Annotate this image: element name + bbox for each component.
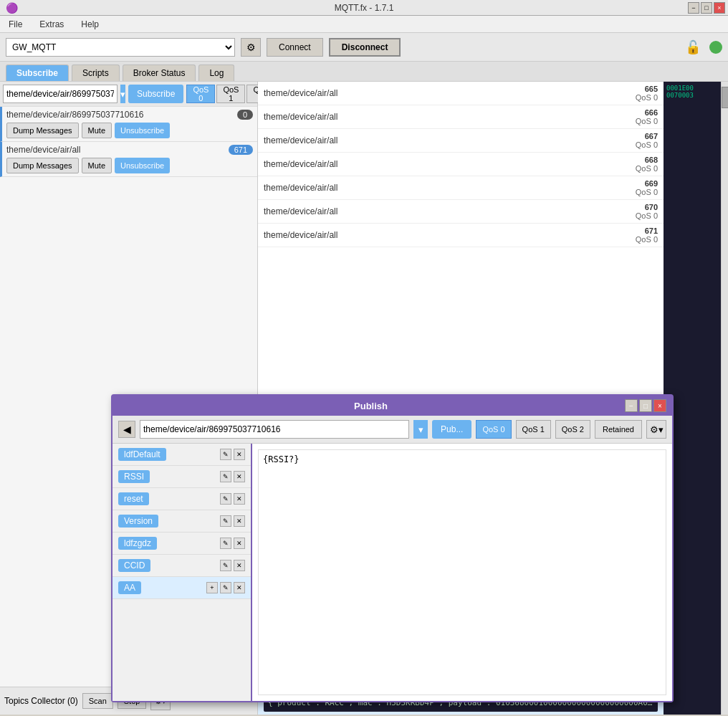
title-bar: MQTT.fx - 1.7.1 − □ × 🟣 — [0, 0, 728, 16]
message-row[interactable]: theme/device/air/all 671 QoS 0 — [258, 224, 664, 247]
qos0-button[interactable]: QoS 0 — [186, 85, 215, 103]
publish-dialog-title: Publish — [118, 401, 623, 411]
close-button[interactable]: × — [714, 2, 725, 14]
message-row[interactable]: theme/device/air/all 669 QoS 0 — [258, 176, 664, 200]
retained-button[interactable]: Retained — [595, 420, 642, 439]
delete-icon[interactable]: ✕ — [234, 493, 245, 505]
tab-scripts[interactable]: Scripts — [72, 65, 120, 81]
publish-close-button[interactable]: × — [653, 399, 666, 412]
sidebar-item-ccid: CCID ✎ ✕ — [112, 555, 251, 577]
publish-minimize-button[interactable]: − — [625, 399, 638, 412]
delete-icon[interactable]: ✕ — [234, 538, 245, 549]
subscribe-button[interactable]: Subscribe — [128, 85, 183, 103]
delete-icon[interactable]: ✕ — [234, 471, 245, 482]
sidebar-label-ccid[interactable]: CCID — [118, 559, 150, 572]
menu-help[interactable]: Help — [78, 18, 102, 31]
scrollbar-thumb[interactable] — [722, 87, 728, 108]
publish-topic-input[interactable] — [140, 420, 409, 439]
pub-qos2-button[interactable]: QoS 2 — [555, 420, 590, 439]
tab-bar: Subscribe Scripts Broker Status Log — [0, 62, 728, 82]
sidebar-label-ldfzgdz[interactable]: ldfzgdz — [118, 537, 157, 550]
sidebar-item-ldfdefault: ldfDefault ✎ ✕ — [112, 444, 251, 466]
add-icon[interactable]: + — [206, 582, 218, 593]
settings-button[interactable]: ⚙ — [241, 38, 261, 57]
sub-count-2: 671 — [229, 145, 253, 155]
publish-textarea[interactable]: {RSSI?} — [258, 449, 666, 695]
tab-log[interactable]: Log — [198, 65, 234, 81]
topics-collector-label: Topics Collector (0) — [4, 696, 78, 706]
topic-dropdown-button[interactable]: ▾ — [120, 85, 125, 103]
publish-content: ldfDefault ✎ ✕ RSSI ✎ ✕ reset — [112, 444, 672, 701]
publish-topic-dropdown[interactable]: ▾ — [413, 420, 428, 439]
dump-messages-button-2[interactable]: Dump Messages — [6, 158, 79, 173]
sidebar-item-ldfzgdz: ldfzgdz ✎ ✕ — [112, 533, 251, 555]
topic-input[interactable] — [3, 85, 118, 103]
qos1-button[interactable]: QoS 1 — [216, 85, 245, 103]
edit-icon[interactable]: ✎ — [220, 449, 231, 460]
sidebar-item-aa: AA + ✎ ✕ — [112, 577, 251, 599]
sidebar-label-ldfdefault[interactable]: ldfDefault — [118, 448, 166, 461]
unsubscribe-button-1[interactable]: Unsubscribe — [115, 123, 170, 138]
message-row[interactable]: theme/device/air/all 666 QoS 0 — [258, 105, 664, 129]
disconnect-button[interactable]: Disconnect — [329, 38, 401, 57]
message-row[interactable]: theme/device/air/all 670 QoS 0 — [258, 200, 664, 224]
unsubscribe-button-2[interactable]: Unsubscribe — [115, 158, 170, 173]
publish-dialog: Publish − □ × ◀ ▾ Pub... QoS 0 QoS 1 QoS… — [111, 394, 674, 702]
edit-icon[interactable]: ✎ — [220, 560, 231, 571]
sidebar-label-reset[interactable]: reset — [118, 492, 149, 505]
minimize-button[interactable]: − — [688, 2, 699, 14]
delete-icon[interactable]: ✕ — [234, 582, 245, 593]
sidebar-label-aa[interactable]: AA — [118, 581, 141, 594]
publish-sidebar: ldfDefault ✎ ✕ RSSI ✎ ✕ reset — [112, 444, 252, 701]
tab-subscribe[interactable]: Subscribe — [6, 65, 69, 81]
menu-file[interactable]: File — [6, 18, 25, 31]
delete-icon[interactable]: ✕ — [234, 515, 245, 527]
publish-title-bar: Publish − □ × — [112, 396, 672, 416]
publish-more-button[interactable]: ⚙▾ — [646, 420, 666, 439]
scan-button[interactable]: Scan — [82, 693, 113, 709]
edit-icon[interactable]: ✎ — [220, 582, 231, 593]
delete-icon[interactable]: ✕ — [234, 449, 245, 460]
publish-button[interactable]: Pub... — [432, 420, 471, 439]
sub-topic-2: theme/device/air/all — [6, 145, 80, 155]
edit-icon[interactable]: ✎ — [220, 515, 231, 527]
sidebar-item-rssi: RSSI ✎ ✕ — [112, 466, 251, 488]
dump-messages-button-1[interactable]: Dump Messages — [6, 123, 79, 138]
connect-button[interactable]: Connect — [267, 38, 323, 57]
tab-broker-status[interactable]: Broker Status — [123, 65, 196, 81]
pub-qos0-button[interactable]: QoS 0 — [476, 420, 511, 439]
scrollbar[interactable] — [721, 82, 728, 715]
subscription-item-2: theme/device/air/all 671 Dump Messages M… — [0, 142, 257, 177]
message-row[interactable]: theme/device/air/all 667 QoS 0 — [258, 129, 664, 153]
publish-editor: {RSSI?} — [252, 444, 672, 701]
subscribe-bar: ▾ Subscribe QoS 0 QoS 1 QoS 2 Autoscroll… — [0, 82, 257, 107]
lock-icon: 🔓 — [685, 39, 701, 55]
connection-select[interactable]: GW_MQTT — [6, 38, 235, 57]
toolbar: GW_MQTT ⚙ Connect Disconnect 🔓 — [0, 33, 728, 62]
edit-icon[interactable]: ✎ — [220, 538, 231, 549]
message-row[interactable]: theme/device/air/all 665 QoS 0 — [258, 82, 664, 105]
mute-button-1[interactable]: Mute — [82, 123, 112, 138]
subscription-item: theme/device/air/869975037710616 0 Dump … — [0, 107, 257, 142]
sidebar-label-version[interactable]: Version — [118, 515, 158, 528]
app-title: MQTT.fx - 1.7.1 — [335, 3, 394, 13]
menu-bar: File Extras Help — [0, 16, 728, 33]
edit-icon[interactable]: ✎ — [220, 471, 231, 482]
app-icon: 🟣 — [6, 2, 18, 14]
mute-button-2[interactable]: Mute — [82, 158, 112, 173]
delete-icon[interactable]: ✕ — [234, 560, 245, 571]
sidebar-item-version: Version ✎ ✕ — [112, 510, 251, 533]
back-button[interactable]: ◀ — [118, 421, 135, 438]
sub-count-1: 0 — [237, 110, 253, 120]
publish-maximize-button[interactable]: □ — [639, 399, 652, 412]
pub-qos1-button[interactable]: QoS 1 — [516, 420, 551, 439]
sidebar-item-reset: reset ✎ ✕ — [112, 488, 251, 510]
connection-status-dot — [709, 41, 722, 54]
message-row[interactable]: theme/device/air/all 668 QoS 0 — [258, 153, 664, 176]
publish-toolbar: ◀ ▾ Pub... QoS 0 QoS 1 QoS 2 Retained ⚙▾ — [112, 416, 672, 444]
maximize-button[interactable]: □ — [701, 2, 712, 14]
sub-topic-1: theme/device/air/869975037710616 — [6, 110, 143, 120]
sidebar-label-rssi[interactable]: RSSI — [118, 470, 150, 483]
edit-icon[interactable]: ✎ — [220, 493, 231, 505]
menu-extras[interactable]: Extras — [37, 18, 67, 31]
